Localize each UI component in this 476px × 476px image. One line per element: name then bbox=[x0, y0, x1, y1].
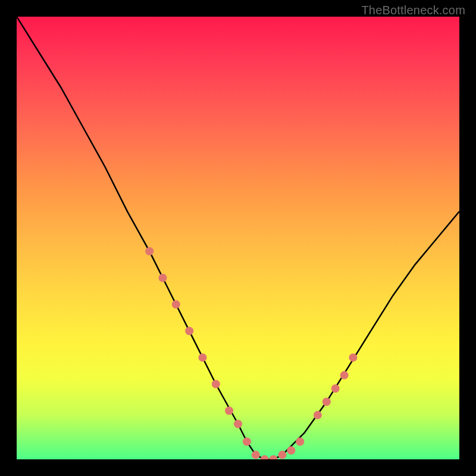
attribution-text: TheBottleneck.com bbox=[361, 4, 465, 17]
marker-dot bbox=[199, 353, 207, 362]
marker-dot bbox=[172, 300, 180, 309]
chart-frame: TheBottleneck.com bbox=[0, 0, 476, 476]
marker-dot bbox=[270, 455, 278, 459]
marker-dot bbox=[225, 406, 233, 415]
marker-dot bbox=[159, 274, 167, 282]
marker-dot bbox=[349, 353, 357, 362]
marker-dot bbox=[278, 451, 286, 459]
marker-dot bbox=[243, 437, 251, 446]
chart-svg bbox=[17, 17, 459, 459]
marker-dot bbox=[234, 420, 242, 428]
marker-dot bbox=[185, 327, 193, 335]
plot-area bbox=[17, 17, 459, 459]
marker-dot bbox=[340, 371, 349, 380]
marker-dot bbox=[331, 384, 340, 393]
marker-dot bbox=[287, 446, 295, 455]
marker-dot bbox=[261, 455, 269, 459]
marker-dot bbox=[252, 451, 260, 459]
marker-dots bbox=[145, 247, 357, 459]
marker-dot bbox=[212, 380, 220, 389]
marker-dot bbox=[314, 411, 322, 419]
main-curve bbox=[17, 17, 459, 459]
marker-dot bbox=[145, 247, 154, 255]
curve-line bbox=[17, 17, 459, 459]
marker-dot bbox=[322, 397, 331, 406]
marker-dot bbox=[296, 437, 304, 446]
